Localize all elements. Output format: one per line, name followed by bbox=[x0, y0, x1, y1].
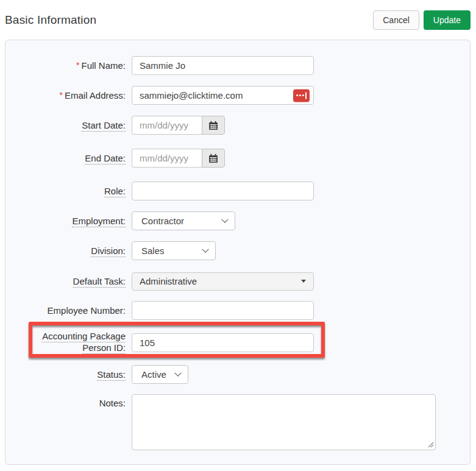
required-asterisk: * bbox=[76, 60, 79, 70]
full-name-input[interactable] bbox=[132, 56, 314, 75]
password-manager-icon[interactable]: ••• bbox=[293, 89, 310, 102]
caret-down-icon bbox=[301, 280, 306, 283]
division-select-value: Sales bbox=[141, 246, 165, 256]
default-task-label-col: Default Task: bbox=[5, 276, 126, 286]
start-date-input[interactable] bbox=[132, 116, 202, 135]
employment-row: Employment: Contractor bbox=[5, 211, 470, 230]
employment-select[interactable]: Contractor bbox=[132, 211, 235, 230]
email-row: *Email Address: ••• bbox=[5, 86, 470, 105]
default-task-dropdown[interactable]: Administrative bbox=[132, 272, 314, 291]
chevron-down-icon bbox=[202, 246, 208, 252]
accounting-package-label-col: Accounting Package Person ID: bbox=[5, 331, 126, 354]
accounting-package-label-line1: Accounting Package bbox=[42, 331, 126, 342]
cancel-button[interactable]: Cancel bbox=[373, 10, 419, 30]
accounting-package-label-line2: Person ID: bbox=[82, 342, 126, 354]
start-date-label-col: Start Date: bbox=[5, 120, 126, 130]
division-label-col: Division: bbox=[5, 246, 126, 256]
end-date-label-col: End Date: bbox=[5, 153, 126, 163]
end-date-calendar-button[interactable] bbox=[202, 149, 225, 168]
end-date-group bbox=[132, 149, 225, 168]
end-date-row: End Date: bbox=[5, 149, 470, 168]
basic-information-page: Basic Information Cancel Update *Full Na… bbox=[0, 0, 476, 471]
employee-number-label: Employee Number: bbox=[48, 305, 126, 316]
page-header: Basic Information Cancel Update bbox=[5, 9, 471, 32]
header-actions: Cancel Update bbox=[373, 10, 471, 30]
full-name-row: *Full Name: bbox=[5, 56, 470, 75]
accounting-package-row: Accounting Package Person ID: bbox=[5, 331, 470, 354]
status-label-col: Status: bbox=[5, 369, 126, 380]
notes-textarea[interactable] bbox=[132, 394, 436, 450]
full-name-label: Full Name: bbox=[81, 60, 126, 71]
employment-select-value: Contractor bbox=[141, 216, 184, 226]
status-row: Status: Active bbox=[5, 365, 470, 384]
calendar-icon bbox=[208, 154, 218, 163]
start-date-group bbox=[132, 116, 225, 135]
calendar-icon bbox=[208, 121, 218, 130]
password-manager-bar bbox=[305, 92, 307, 99]
division-label: Division: bbox=[91, 246, 126, 257]
resize-handle-icon[interactable] bbox=[428, 442, 434, 448]
password-manager-dots: ••• bbox=[296, 91, 305, 98]
role-row: Role: bbox=[5, 182, 470, 200]
notes-row: Notes: bbox=[5, 394, 470, 450]
division-select[interactable]: Sales bbox=[132, 241, 216, 260]
employment-label-col: Employment: bbox=[5, 216, 126, 226]
full-name-label-col: *Full Name: bbox=[5, 60, 126, 71]
status-label: Status: bbox=[97, 369, 126, 381]
employee-number-row: Employee Number: bbox=[5, 301, 470, 320]
chevron-down-icon bbox=[174, 369, 181, 376]
start-date-calendar-button[interactable] bbox=[202, 116, 225, 135]
notes-label: Notes: bbox=[99, 398, 126, 408]
required-asterisk: * bbox=[60, 90, 63, 100]
page-title: Basic Information bbox=[5, 13, 96, 27]
role-label: Role: bbox=[104, 186, 126, 197]
division-row: Division: Sales bbox=[5, 241, 470, 260]
default-task-label: Default Task: bbox=[73, 276, 126, 288]
update-button[interactable]: Update bbox=[424, 10, 471, 30]
employee-number-label-col: Employee Number: bbox=[5, 305, 126, 316]
accounting-package-person-id-input[interactable] bbox=[132, 333, 314, 352]
notes-label-col: Notes: bbox=[5, 394, 126, 408]
status-select-value: Active bbox=[141, 369, 166, 380]
start-date-label: Start Date: bbox=[82, 120, 126, 132]
email-label-col: *Email Address: bbox=[5, 90, 126, 101]
employment-label: Employment: bbox=[72, 216, 126, 227]
status-select[interactable]: Active bbox=[132, 365, 188, 384]
end-date-input[interactable] bbox=[132, 149, 202, 168]
role-input[interactable] bbox=[132, 182, 314, 200]
employee-number-input[interactable] bbox=[132, 301, 314, 320]
chevron-down-icon bbox=[221, 216, 228, 222]
default-task-row: Default Task: Administrative bbox=[5, 272, 470, 291]
email-input[interactable] bbox=[132, 86, 314, 105]
start-date-row: Start Date: bbox=[5, 116, 470, 135]
end-date-label: End Date: bbox=[85, 153, 126, 165]
email-label: Email Address: bbox=[65, 90, 126, 101]
role-label-col: Role: bbox=[5, 186, 126, 196]
basic-information-panel: *Full Name: *Email Address: ••• Start D bbox=[5, 40, 471, 465]
default-task-value: Administrative bbox=[140, 276, 197, 286]
